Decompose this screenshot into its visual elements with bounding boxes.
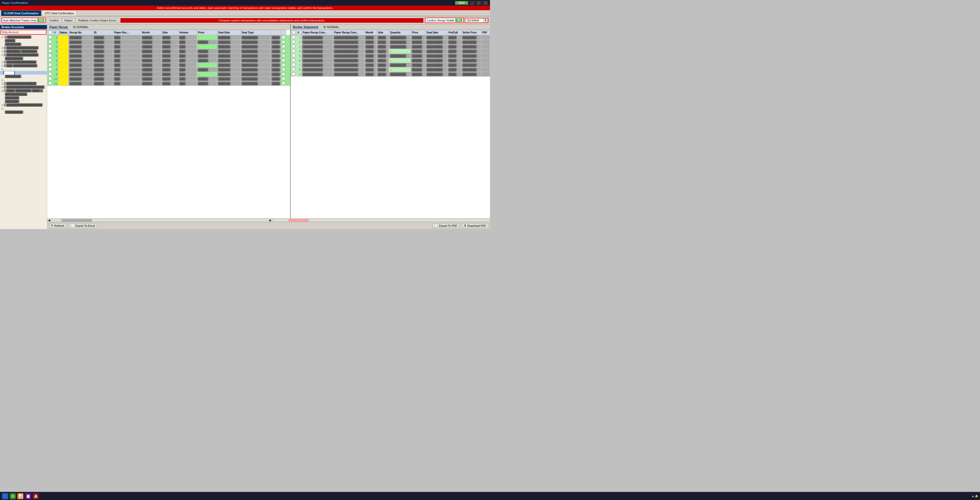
- left-scroll-track[interactable]: [51, 219, 269, 222]
- date-input[interactable]: [466, 19, 484, 22]
- maximize-button[interactable]: □: [476, 1, 481, 5]
- extra-col-1[interactable]: [281, 67, 286, 72]
- right-table-row[interactable]: 3███████████████████████████████████████…: [291, 45, 490, 49]
- row-checkbox[interactable]: [48, 49, 52, 53]
- minimize-button[interactable]: _: [470, 1, 475, 5]
- rcol-quantity[interactable]: Quantity: [389, 30, 410, 35]
- sidebar-subitem-1[interactable]: █████: [0, 39, 47, 42]
- left-table-row[interactable]: 1██████████████████████████●████████████…: [48, 35, 290, 40]
- sidebar-item-3[interactable]: C ███████ ████████: [0, 50, 47, 53]
- confirm-recap-on-button[interactable]: ON: [455, 19, 462, 22]
- right-table-row[interactable]: 1███████████████████████████████████████…: [291, 35, 490, 40]
- sidebar-subitem-2[interactable]: ████████: [0, 42, 47, 46]
- sidebar-item-2[interactable]: C ████████████████: [0, 46, 47, 50]
- sidebar-item-6[interactable]: C ███ ████████████: [0, 64, 47, 67]
- row-checkbox[interactable]: [48, 68, 52, 71]
- extra-col-1[interactable]: [281, 81, 286, 86]
- row-checkbox[interactable]: [48, 77, 52, 80]
- refresh-button[interactable]: ↻ Refresh: [49, 223, 67, 228]
- sidebar-item-11[interactable]: C ████ ████████ ████ █: [0, 89, 47, 93]
- right-row-checkbox[interactable]: [292, 59, 295, 62]
- row-checkbox[interactable]: [48, 63, 52, 66]
- right-row-checkbox[interactable]: [292, 63, 295, 66]
- left-table-row[interactable]: 2███████████████████████████████████████…: [48, 40, 290, 45]
- right-table-row[interactable]: 6██████████████████████████████●████████…: [291, 58, 490, 63]
- select-all-checkbox[interactable]: [48, 30, 52, 34]
- extra-col-1[interactable]: [281, 54, 286, 58]
- sidebar-item-1[interactable]: C ████████████: [0, 35, 47, 39]
- row-checkbox[interactable]: [48, 72, 52, 75]
- left-table-row[interactable]: 4███████████████████████████████████████…: [48, 49, 290, 54]
- col-checkbox[interactable]: [48, 30, 53, 35]
- sidebar-item-5[interactable]: C ███████████████: [0, 60, 47, 64]
- right-row-checkbox[interactable]: [292, 68, 295, 71]
- right-row-checkbox[interactable]: [292, 72, 295, 75]
- left-scroll-thumb[interactable]: [62, 219, 92, 222]
- rollback-button[interactable]: Rollback Confirm Reject Errors: [76, 18, 119, 23]
- right-scroll-thumb[interactable]: [288, 219, 309, 222]
- right-table-row[interactable]: 2███████████████████████████████████████…: [291, 40, 490, 45]
- right-scroll-track[interactable]: [273, 219, 490, 222]
- rcol-checkbox[interactable]: [291, 30, 297, 35]
- rcol-strike-price[interactable]: Strike Price: [461, 30, 481, 35]
- auto-matched-on-button[interactable]: ON: [37, 19, 44, 22]
- extra-checkbox[interactable]: [282, 68, 285, 71]
- confirm-button[interactable]: Confirm: [47, 18, 61, 23]
- row-checkbox[interactable]: [48, 45, 52, 48]
- extra-checkbox[interactable]: [282, 77, 285, 80]
- left-table-row[interactable]: 3██████████████████████████●████████████…: [48, 45, 290, 49]
- extra-col-1[interactable]: [281, 49, 286, 54]
- right-row-checkbox[interactable]: [292, 49, 295, 53]
- sidebar-subitem-8[interactable]: █████████: [0, 110, 47, 114]
- extra-col-1[interactable]: [281, 72, 286, 77]
- sidebar-item-10[interactable]: C ███████████████████: [0, 85, 47, 89]
- tab-floor-deal[interactable]: FLOOR Deal Confirmation: [1, 10, 41, 16]
- col-recap-no[interactable]: Recap No.: [68, 30, 93, 35]
- left-pane[interactable]: # Status Recap No. ID Paper Rec... Month…: [47, 30, 291, 218]
- sidebar-subitem-5[interactable]: ███████████: [0, 93, 47, 96]
- hscroll-bar[interactable]: ◀ ▶: [47, 218, 490, 222]
- col-id[interactable]: ID: [93, 30, 113, 35]
- rcol-side[interactable]: Side: [377, 30, 389, 35]
- extra-checkbox[interactable]: [282, 40, 285, 43]
- row-checkbox[interactable]: [48, 35, 52, 39]
- col-volume[interactable]: Volume: [178, 30, 197, 35]
- export-pdf-button[interactable]: 📑 Export To PDF: [432, 223, 460, 228]
- sidebar-item-4[interactable]: C ████████████████: [0, 53, 47, 57]
- extra-checkbox[interactable]: [282, 45, 285, 48]
- test-button[interactable]: TEST: [455, 1, 468, 5]
- row-checkbox[interactable]: [48, 54, 52, 57]
- row-checkbox[interactable]: [48, 40, 52, 43]
- extra-checkbox[interactable]: [282, 63, 285, 66]
- extra-col-1[interactable]: [281, 35, 286, 40]
- left-table-row[interactable]: 6███████████████████████████████████████…: [48, 58, 290, 63]
- scroll-left-btn[interactable]: ◀: [47, 219, 51, 222]
- extra-col-1[interactable]: [281, 63, 286, 67]
- col-status[interactable]: Status: [59, 30, 68, 35]
- col-deal-date[interactable]: Deal Date: [217, 30, 241, 35]
- right-row-checkbox[interactable]: [292, 45, 295, 48]
- left-table-row[interactable]: 10██████████████████████████████████████…: [48, 77, 290, 81]
- sidebar-subitem-4[interactable]: ████████: [0, 75, 47, 78]
- right-row-checkbox[interactable]: [292, 40, 295, 43]
- right-table-row[interactable]: 9███████████████████████████████████████…: [291, 72, 490, 77]
- extra-checkbox[interactable]: [282, 54, 285, 57]
- rcol-deal-date[interactable]: Deal Date: [425, 30, 447, 35]
- right-table-row[interactable]: 8██████████████████████████████●████████…: [291, 67, 490, 72]
- right-table-row[interactable]: 4██████████████████████████████●████████…: [291, 49, 490, 54]
- close-button[interactable]: ×: [483, 1, 488, 5]
- left-table-row[interactable]: 5███████████████████████████████████████…: [48, 54, 290, 58]
- rcol-price[interactable]: Price: [411, 30, 425, 35]
- right-table-row[interactable]: 5███████████████████████████████████████…: [291, 54, 490, 58]
- right-pane[interactable]: # Paper Recap Com... Paper Recap Com... …: [291, 30, 490, 218]
- sidebar-item-13[interactable]: C ████████ ████████████: [0, 107, 47, 110]
- col-price[interactable]: Price: [197, 30, 217, 35]
- sidebar-subitem-7[interactable]: ███████: [0, 100, 47, 103]
- tab-otc-deal[interactable]: OTC Deal Confirmation: [42, 10, 76, 16]
- extra-checkbox[interactable]: [282, 72, 285, 75]
- col-month[interactable]: Month: [141, 30, 161, 35]
- left-table-row[interactable]: 8███████████████████████████████████████…: [48, 67, 290, 72]
- col-side[interactable]: Side: [161, 30, 178, 35]
- rcol-put-call[interactable]: Put/Call: [447, 30, 461, 35]
- sidebar-subitem-6[interactable]: ███████: [0, 96, 47, 100]
